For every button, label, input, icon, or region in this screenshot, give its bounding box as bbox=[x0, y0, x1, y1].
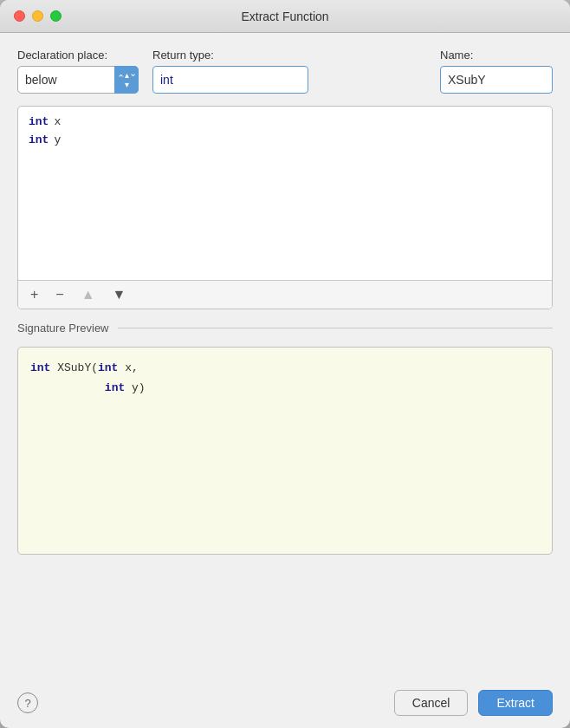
table-row: int x bbox=[29, 115, 541, 128]
section-divider: Signature Preview bbox=[17, 322, 553, 335]
declaration-label: Declaration place: bbox=[17, 49, 139, 62]
params-toolbar: + − ▲ ▼ bbox=[18, 280, 552, 309]
traffic-lights bbox=[14, 10, 62, 22]
extract-function-window: Extract Function Declaration place: belo… bbox=[0, 0, 570, 728]
declaration-select-wrapper: below above ▴ ▾ bbox=[17, 66, 139, 94]
sig-keyword-int-1: int bbox=[30, 361, 50, 374]
signature-preview-panel: int XSubY(int x, int y) bbox=[17, 347, 553, 555]
add-param-button[interactable]: + bbox=[27, 286, 42, 303]
param-name-y: y bbox=[54, 133, 61, 146]
sig-line-1: int XSubY(int x, bbox=[30, 360, 540, 378]
sig-line-2: int y) bbox=[30, 380, 540, 398]
return-type-group: Return type: bbox=[152, 49, 426, 94]
sig-param-y: y) bbox=[125, 381, 145, 394]
footer-right: Cancel Extract bbox=[394, 690, 553, 716]
param-name-x: x bbox=[54, 115, 61, 128]
return-type-input[interactable] bbox=[152, 66, 308, 94]
help-button[interactable]: ? bbox=[17, 692, 38, 713]
name-label: Name: bbox=[440, 49, 553, 62]
divider-line bbox=[118, 328, 554, 328]
sig-indent bbox=[30, 381, 105, 394]
name-group: Name: bbox=[440, 49, 553, 94]
footer: ? Cancel Extract bbox=[0, 678, 570, 728]
cancel-button[interactable]: Cancel bbox=[394, 690, 469, 716]
params-panel: int x int y + − ▲ ▼ bbox=[17, 106, 553, 309]
sig-param-x: x, bbox=[118, 361, 138, 374]
remove-param-button[interactable]: − bbox=[52, 286, 67, 303]
close-button[interactable] bbox=[14, 10, 25, 22]
content-area: Declaration place: below above ▴ ▾ bbox=[0, 33, 570, 678]
return-type-label: Return type: bbox=[152, 49, 426, 62]
minimize-button[interactable] bbox=[32, 10, 43, 22]
table-row: int y bbox=[29, 133, 541, 146]
window-title: Extract Function bbox=[241, 10, 328, 23]
form-row: Declaration place: below above ▴ ▾ bbox=[17, 49, 553, 94]
param-type-int-x: int bbox=[29, 115, 49, 128]
move-down-button[interactable]: ▼ bbox=[109, 286, 130, 303]
extract-button[interactable]: Extract bbox=[478, 690, 553, 716]
title-bar: Extract Function bbox=[0, 0, 570, 33]
declaration-select[interactable]: below above bbox=[17, 66, 139, 94]
sig-keyword-int-2: int bbox=[98, 361, 118, 374]
maximize-button[interactable] bbox=[50, 10, 62, 22]
signature-preview-label: Signature Preview bbox=[17, 322, 109, 335]
name-input[interactable] bbox=[440, 66, 553, 94]
params-list: int x int y bbox=[18, 107, 552, 280]
declaration-group: Declaration place: below above ▴ ▾ bbox=[17, 49, 139, 94]
sig-function-name: XSubY( bbox=[50, 361, 98, 374]
move-up-button[interactable]: ▲ bbox=[78, 286, 99, 303]
param-type-int-y: int bbox=[29, 133, 49, 146]
sig-keyword-int-3: int bbox=[105, 381, 125, 394]
